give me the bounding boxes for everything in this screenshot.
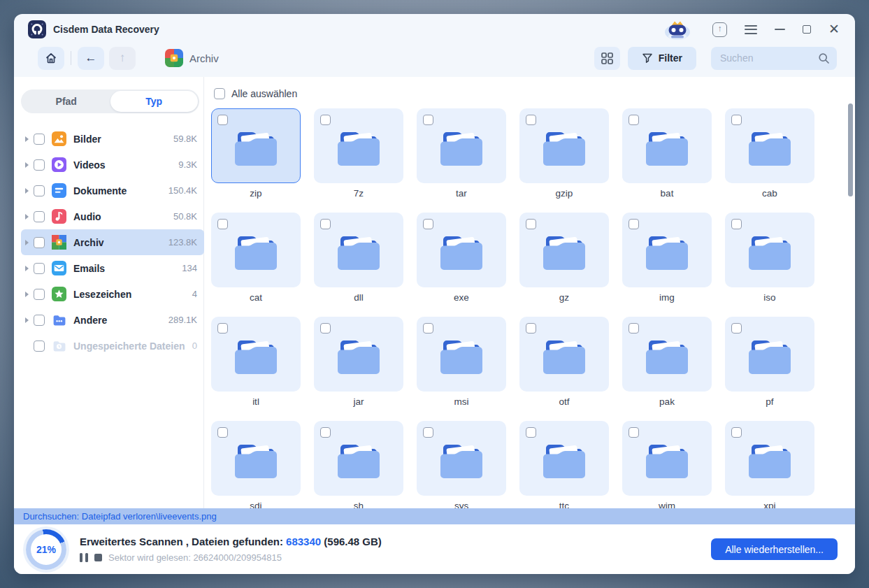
- folder-tile[interactable]: [211, 213, 301, 287]
- pause-icon[interactable]: [80, 553, 88, 562]
- folder-tile[interactable]: [314, 317, 403, 392]
- menu-icon[interactable]: [745, 25, 757, 34]
- folder-tile[interactable]: [314, 108, 403, 183]
- item-checkbox[interactable]: [34, 159, 45, 171]
- folder-checkbox[interactable]: [629, 115, 639, 125]
- folder-checkbox[interactable]: [526, 427, 536, 438]
- home-button[interactable]: [38, 47, 64, 70]
- expand-caret-icon[interactable]: [25, 266, 29, 271]
- expand-caret-icon[interactable]: [25, 214, 29, 220]
- type-icon: [52, 313, 66, 327]
- expand-caret-icon[interactable]: [25, 136, 29, 142]
- up-button[interactable]: ↑: [109, 47, 136, 70]
- expand-caret-icon[interactable]: [25, 188, 29, 194]
- folder-checkbox[interactable]: [217, 427, 228, 438]
- folder-tile[interactable]: [417, 317, 506, 392]
- folder-checkbox[interactable]: [217, 219, 228, 229]
- folder-tile[interactable]: [211, 421, 301, 496]
- folder-checkbox[interactable]: [217, 115, 228, 125]
- folder-tile[interactable]: [417, 108, 506, 183]
- view-mode-button[interactable]: [594, 47, 620, 70]
- folder-label: ttc: [519, 501, 609, 508]
- folder-tile[interactable]: [519, 421, 609, 496]
- folder-checkbox[interactable]: [423, 115, 433, 125]
- item-checkbox[interactable]: [34, 263, 45, 274]
- back-button[interactable]: ←: [78, 47, 104, 70]
- folder-tile[interactable]: [519, 108, 609, 183]
- upload-share-icon[interactable]: ↑: [712, 22, 727, 37]
- recover-all-button[interactable]: Alle wiederherstellen...: [711, 538, 838, 560]
- sidebar-item-images[interactable]: Bilder 59.8K: [21, 126, 204, 152]
- folder-checkbox[interactable]: [629, 427, 639, 438]
- tab-pfad[interactable]: Pfad: [22, 91, 110, 112]
- filter-button[interactable]: Filter: [628, 47, 696, 70]
- folder-checkbox[interactable]: [320, 427, 331, 438]
- folder-checkbox[interactable]: [629, 219, 639, 229]
- folder-checkbox[interactable]: [731, 427, 742, 438]
- sidebar-item-emails[interactable]: Emails 134: [21, 255, 204, 281]
- sidebar-item-other[interactable]: Andere 289.1K: [21, 307, 204, 333]
- folder-tile[interactable]: [622, 421, 712, 496]
- folder-tile[interactable]: [725, 108, 814, 183]
- item-checkbox[interactable]: [34, 237, 45, 248]
- folder-tile[interactable]: [622, 317, 712, 392]
- folder-tile[interactable]: [725, 317, 814, 392]
- folder-tile[interactable]: [314, 421, 403, 496]
- folder-checkbox[interactable]: [526, 115, 536, 125]
- maximize-button[interactable]: [803, 25, 811, 34]
- expand-caret-icon[interactable]: [25, 317, 29, 323]
- search-box[interactable]: [711, 47, 837, 70]
- folder-tile[interactable]: [519, 213, 609, 287]
- folder-checkbox[interactable]: [320, 323, 331, 334]
- tab-typ[interactable]: Typ: [110, 91, 199, 112]
- folder-tile[interactable]: [211, 108, 301, 183]
- item-checkbox[interactable]: [34, 340, 45, 352]
- sidebar-item-videos[interactable]: Videos 9.3K: [21, 152, 204, 178]
- sidebar-item-bookmarks[interactable]: Lesezeichen 4: [21, 281, 204, 307]
- sidebar-item-archive[interactable]: Archiv 123.8K: [21, 229, 204, 255]
- folder-checkbox[interactable]: [423, 219, 433, 229]
- folder-tile[interactable]: [725, 213, 814, 287]
- folder-checkbox[interactable]: [526, 323, 536, 334]
- folder-checkbox[interactable]: [423, 323, 433, 334]
- stop-icon[interactable]: [94, 554, 102, 561]
- mascot-robot-icon[interactable]: [661, 18, 694, 41]
- item-checkbox[interactable]: [34, 315, 45, 326]
- folder-checkbox[interactable]: [731, 219, 742, 229]
- sidebar-item-unsaved[interactable]: Ungespeicherte Dateien 0: [21, 333, 204, 359]
- folder-checkbox[interactable]: [320, 219, 331, 229]
- sidebar-item-documents[interactable]: Dokumente 150.4K: [21, 178, 204, 203]
- item-checkbox[interactable]: [34, 185, 45, 196]
- folder-checkbox[interactable]: [423, 427, 433, 438]
- folder-tile[interactable]: [622, 108, 712, 183]
- item-checkbox[interactable]: [34, 211, 45, 222]
- folder-icon: [640, 122, 694, 171]
- folder-checkbox[interactable]: [526, 219, 536, 229]
- file-grid-area: Alle auswählen zip 7z tar gzip bat: [204, 77, 855, 508]
- folder-tile[interactable]: [519, 317, 609, 392]
- folder-tile[interactable]: [417, 421, 506, 496]
- search-input[interactable]: [720, 52, 818, 64]
- item-count: 59.8K: [173, 134, 197, 144]
- folder-checkbox[interactable]: [731, 323, 742, 334]
- folder-tile[interactable]: [417, 213, 506, 287]
- item-checkbox[interactable]: [34, 289, 45, 300]
- item-label: Archiv: [73, 237, 104, 248]
- expand-caret-icon[interactable]: [25, 162, 29, 168]
- close-button[interactable]: ✕: [828, 24, 840, 34]
- folder-checkbox[interactable]: [217, 323, 228, 334]
- folder-tile[interactable]: [211, 317, 301, 392]
- item-checkbox[interactable]: [34, 134, 45, 145]
- folder-checkbox[interactable]: [320, 115, 331, 125]
- folder-tile[interactable]: [314, 213, 403, 287]
- minimize-button[interactable]: [775, 29, 785, 30]
- expand-caret-icon[interactable]: [25, 292, 29, 297]
- folder-tile[interactable]: [622, 213, 712, 287]
- folder-checkbox[interactable]: [629, 323, 639, 334]
- expand-caret-icon[interactable]: [25, 240, 29, 245]
- folder-checkbox[interactable]: [731, 115, 742, 125]
- folder-tile[interactable]: [725, 421, 814, 496]
- scrollbar-thumb[interactable]: [848, 103, 853, 196]
- select-all-checkbox[interactable]: [214, 88, 225, 99]
- sidebar-item-audio[interactable]: Audio 50.8K: [21, 203, 204, 229]
